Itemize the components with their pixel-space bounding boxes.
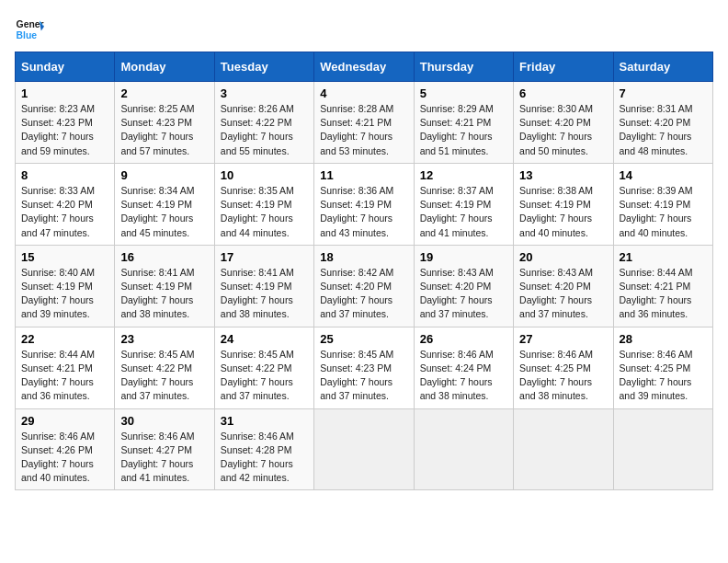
table-row: 21Sunrise: 8:44 AM Sunset: 4:21 PM Dayli…: [613, 245, 712, 327]
table-row: [314, 408, 414, 490]
table-row: 17Sunrise: 8:41 AM Sunset: 4:19 PM Dayli…: [214, 245, 313, 327]
calendar-header-row: SundayMondayTuesdayWednesdayThursdayFrid…: [16, 52, 713, 82]
table-row: 23Sunrise: 8:45 AM Sunset: 4:22 PM Dayli…: [115, 327, 214, 408]
logo: General Blue: [15, 15, 48, 44]
table-row: 27Sunrise: 8:46 AM Sunset: 4:25 PM Dayli…: [514, 327, 613, 408]
table-row: 6Sunrise: 8:30 AM Sunset: 4:20 PM Daylig…: [514, 82, 613, 164]
table-row: 8Sunrise: 8:33 AM Sunset: 4:20 PM Daylig…: [16, 163, 115, 245]
table-row: 24Sunrise: 8:45 AM Sunset: 4:22 PM Dayli…: [214, 327, 313, 408]
table-row: 14Sunrise: 8:39 AM Sunset: 4:19 PM Dayli…: [613, 163, 712, 245]
table-row: 9Sunrise: 8:34 AM Sunset: 4:19 PM Daylig…: [115, 163, 214, 245]
header-tuesday: Tuesday: [214, 52, 313, 82]
page-header: General Blue: [15, 15, 713, 44]
header-saturday: Saturday: [613, 52, 712, 82]
table-row: 19Sunrise: 8:43 AM Sunset: 4:20 PM Dayli…: [414, 245, 513, 327]
table-row: 30Sunrise: 8:46 AM Sunset: 4:27 PM Dayli…: [115, 408, 214, 490]
table-row: 11Sunrise: 8:36 AM Sunset: 4:19 PM Dayli…: [314, 163, 414, 245]
table-row: 28Sunrise: 8:46 AM Sunset: 4:25 PM Dayli…: [613, 327, 712, 408]
table-row: 4Sunrise: 8:28 AM Sunset: 4:21 PM Daylig…: [314, 82, 414, 164]
table-row: 20Sunrise: 8:43 AM Sunset: 4:20 PM Dayli…: [514, 245, 613, 327]
svg-text:Blue: Blue: [17, 30, 38, 40]
calendar-week-3: 15Sunrise: 8:40 AM Sunset: 4:19 PM Dayli…: [16, 245, 713, 327]
table-row: [414, 408, 513, 490]
table-row: 15Sunrise: 8:40 AM Sunset: 4:19 PM Dayli…: [16, 245, 115, 327]
table-row: 12Sunrise: 8:37 AM Sunset: 4:19 PM Dayli…: [414, 163, 513, 245]
table-row: 2Sunrise: 8:25 AM Sunset: 4:23 PM Daylig…: [115, 82, 214, 164]
header-friday: Friday: [514, 52, 613, 82]
table-row: [514, 408, 613, 490]
table-row: 1Sunrise: 8:23 AM Sunset: 4:23 PM Daylig…: [16, 82, 115, 164]
table-row: 7Sunrise: 8:31 AM Sunset: 4:20 PM Daylig…: [613, 82, 712, 164]
table-row: [613, 408, 712, 490]
table-row: 16Sunrise: 8:41 AM Sunset: 4:19 PM Dayli…: [115, 245, 214, 327]
calendar-table: SundayMondayTuesdayWednesdayThursdayFrid…: [15, 52, 713, 490]
table-row: 18Sunrise: 8:42 AM Sunset: 4:20 PM Dayli…: [314, 245, 414, 327]
calendar-week-5: 29Sunrise: 8:46 AM Sunset: 4:26 PM Dayli…: [16, 408, 713, 490]
calendar-week-1: 1Sunrise: 8:23 AM Sunset: 4:23 PM Daylig…: [16, 82, 713, 164]
header-sunday: Sunday: [16, 52, 115, 82]
header-wednesday: Wednesday: [314, 52, 414, 82]
logo-icon: General Blue: [15, 15, 44, 44]
calendar-week-4: 22Sunrise: 8:44 AM Sunset: 4:21 PM Dayli…: [16, 327, 713, 408]
table-row: 29Sunrise: 8:46 AM Sunset: 4:26 PM Dayli…: [16, 408, 115, 490]
table-row: 31Sunrise: 8:46 AM Sunset: 4:28 PM Dayli…: [214, 408, 313, 490]
table-row: 22Sunrise: 8:44 AM Sunset: 4:21 PM Dayli…: [16, 327, 115, 408]
header-thursday: Thursday: [414, 52, 513, 82]
calendar-week-2: 8Sunrise: 8:33 AM Sunset: 4:20 PM Daylig…: [16, 163, 713, 245]
table-row: 25Sunrise: 8:45 AM Sunset: 4:23 PM Dayli…: [314, 327, 414, 408]
table-row: 13Sunrise: 8:38 AM Sunset: 4:19 PM Dayli…: [514, 163, 613, 245]
table-row: 26Sunrise: 8:46 AM Sunset: 4:24 PM Dayli…: [414, 327, 513, 408]
table-row: 10Sunrise: 8:35 AM Sunset: 4:19 PM Dayli…: [214, 163, 313, 245]
header-monday: Monday: [115, 52, 214, 82]
table-row: 5Sunrise: 8:29 AM Sunset: 4:21 PM Daylig…: [414, 82, 513, 164]
table-row: 3Sunrise: 8:26 AM Sunset: 4:22 PM Daylig…: [214, 82, 313, 164]
